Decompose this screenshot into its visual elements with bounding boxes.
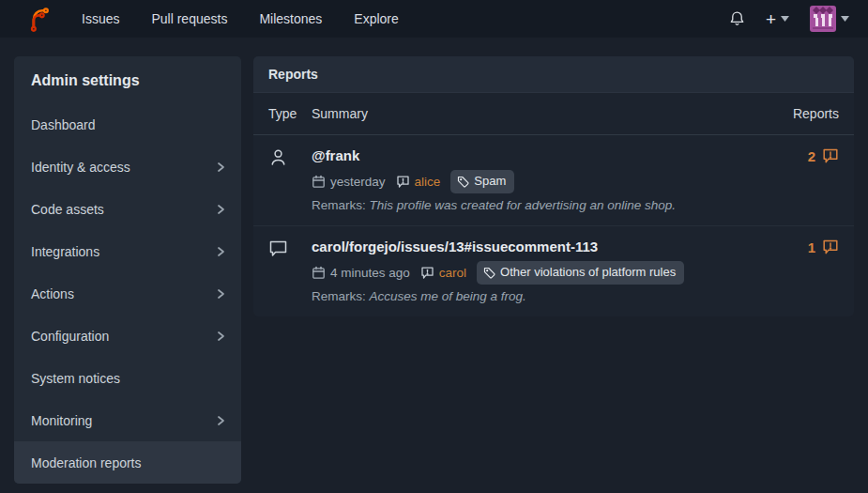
chevron-right-icon: [215, 288, 226, 300]
sidebar-item-monitoring[interactable]: Monitoring: [14, 399, 241, 441]
sidebar-item-label: Integrations: [31, 244, 99, 259]
report-type-cell: [268, 146, 312, 171]
nav-link-issues[interactable]: Issues: [82, 11, 119, 26]
report-time: yesterday: [330, 173, 386, 192]
create-new-dropdown[interactable]: +: [766, 10, 789, 28]
report-row: @frank yesterday: [253, 135, 854, 226]
calendar-icon: [312, 266, 326, 280]
sidebar-item-identity-access[interactable]: Identity & access: [14, 146, 241, 188]
chevron-right-icon: [215, 331, 226, 342]
panel-title: Reports: [253, 56, 854, 93]
column-header-summary: Summary: [312, 106, 793, 121]
report-meta: 4 minutes ago carol: [312, 261, 771, 285]
sidebar-item-label: System notices: [31, 371, 120, 386]
sidebar-item-label: Monitoring: [31, 413, 92, 428]
reporter-link[interactable]: alice: [415, 173, 441, 192]
reports-table-header: Type Summary Reports: [253, 93, 854, 135]
remarks-text: This profile was created for advertising…: [370, 198, 676, 212]
bell-icon: [729, 10, 745, 27]
sidebar-item-system-notices[interactable]: System notices: [14, 357, 241, 399]
abuse-category-badge: Spam: [450, 170, 514, 193]
sidebar-item-label: Configuration: [31, 329, 109, 344]
reports-table: Type Summary Reports @frank: [253, 93, 854, 316]
sidebar-item-configuration[interactable]: Configuration: [14, 315, 241, 357]
remarks-text: Accuses me of being a frog.: [370, 289, 526, 303]
user-avatar: [810, 6, 836, 32]
report-bubble-icon: [420, 266, 434, 280]
navbar-right-group: +: [729, 6, 849, 32]
top-navbar: Issues Pull requests Milestones Explore …: [0, 0, 868, 38]
user-icon: [268, 147, 288, 167]
report-type-cell: [268, 237, 312, 262]
sidebar-item-label: Moderation reports: [31, 455, 142, 470]
caret-down-icon: [841, 16, 849, 22]
report-summary-cell: carol/forgejo/issues/13#issuecomment-113…: [312, 237, 771, 305]
comment-icon: [268, 239, 288, 258]
nav-link-pull-requests[interactable]: Pull requests: [151, 11, 227, 26]
forgejo-logo[interactable]: [26, 7, 82, 32]
sidebar-item-label: Actions: [31, 286, 74, 301]
sidebar-item-integrations[interactable]: Integrations: [14, 230, 241, 272]
forgejo-logo-icon: [26, 7, 52, 32]
chevron-right-icon: [215, 246, 226, 257]
abuse-category-label: Spam: [474, 172, 506, 191]
report-bubble-icon: [396, 175, 410, 189]
sidebar-item-code-assets[interactable]: Code assets: [14, 188, 241, 230]
report-exclamation-icon: [822, 239, 839, 255]
remarks-label: Remarks:: [312, 198, 366, 212]
report-remarks: Remarks: This profile was created for ad…: [312, 196, 771, 214]
report-count-cell: 2: [771, 146, 839, 164]
sidebar-item-label: Dashboard: [31, 117, 96, 132]
chevron-right-icon: [215, 204, 226, 215]
chevron-right-icon: [215, 415, 226, 426]
admin-settings-sidebar: Admin settings Dashboard Identity & acce…: [14, 56, 241, 484]
remarks-label: Remarks:: [312, 289, 366, 303]
report-summary-cell: @frank yesterday: [312, 146, 771, 214]
report-row: carol/forgejo/issues/13#issuecomment-113…: [253, 226, 854, 316]
report-remarks: Remarks: Accuses me of being a frog.: [312, 287, 771, 305]
column-header-reports: Reports: [793, 106, 839, 121]
report-count: 2: [808, 148, 815, 164]
page-body: Admin settings Dashboard Identity & acce…: [0, 38, 868, 484]
sidebar-item-label: Identity & access: [31, 160, 130, 175]
plus-icon: +: [766, 10, 776, 28]
report-time: 4 minutes ago: [330, 264, 410, 283]
report-count-cell: 1: [771, 237, 839, 255]
report-exclamation-icon: [822, 147, 839, 164]
abuse-category-label: Other violations of platform rules: [500, 263, 676, 282]
calendar-icon: [312, 175, 326, 189]
reporter-link[interactable]: carol: [439, 264, 466, 283]
tag-icon: [457, 176, 469, 188]
reports-panel: Reports Type Summary Reports @frank: [253, 56, 854, 316]
abuse-category-badge: Other violations of platform rules: [477, 261, 684, 285]
nav-link-milestones[interactable]: Milestones: [259, 11, 322, 26]
user-menu-dropdown[interactable]: [810, 6, 849, 32]
sidebar-item-moderation-reports[interactable]: Moderation reports: [14, 441, 241, 484]
sidebar-item-label: Code assets: [31, 202, 104, 217]
caret-down-icon: [781, 16, 789, 22]
sidebar-item-actions[interactable]: Actions: [14, 272, 241, 315]
sidebar-item-dashboard[interactable]: Dashboard: [14, 103, 241, 146]
chevron-right-icon: [215, 162, 226, 173]
notifications-button[interactable]: [729, 10, 745, 27]
reported-content-link[interactable]: carol/forgejo/issues/13#issuecomment-113: [312, 239, 598, 254]
reported-content-link[interactable]: @frank: [312, 147, 359, 163]
sidebar-title: Admin settings: [14, 56, 241, 103]
report-count: 1: [808, 239, 815, 255]
nav-link-explore[interactable]: Explore: [354, 11, 398, 26]
column-header-type: Type: [268, 106, 312, 121]
main-navigation: Issues Pull requests Milestones Explore: [82, 11, 399, 26]
tag-icon: [483, 267, 495, 279]
report-meta: yesterday alice: [312, 170, 771, 193]
